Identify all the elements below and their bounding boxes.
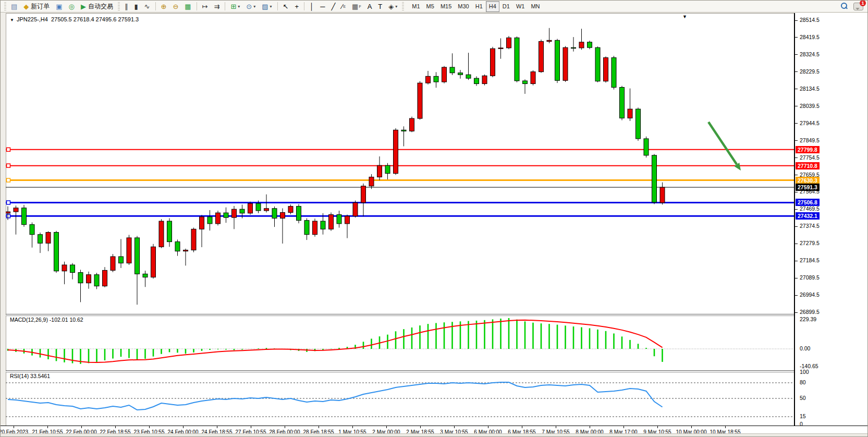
terminal-icon-button[interactable]: ▣ [53, 1, 65, 12]
zoom-out-button[interactable]: ⊖ [170, 1, 181, 12]
price-axis-label: 26899.5 [800, 309, 820, 315]
price-axis-tick [795, 209, 798, 210]
price-axis-tick [795, 226, 798, 227]
cursor-button[interactable]: ↖ [280, 1, 291, 12]
shapes-button[interactable]: ◈▾ [386, 1, 400, 12]
chat-icon[interactable]: 1 [853, 3, 863, 10]
rsi-axis-label: 15 [800, 413, 806, 419]
signal-icon-button[interactable]: ◎ [66, 1, 77, 12]
chevron-down-icon[interactable]: ▾ [270, 4, 272, 9]
signal-icon-glyph-icon: ◎ [69, 3, 75, 10]
time-axis-tick [115, 426, 116, 428]
rsi-axis-label: 80 [800, 379, 806, 385]
price-axis-tick [795, 244, 798, 244]
time-axis-tick [386, 426, 387, 428]
toolbar-separator [197, 2, 197, 10]
chevron-down-icon[interactable]: ▾ [253, 4, 255, 9]
timeframe-h1-button[interactable]: H1 [472, 1, 486, 12]
time-axis-tick [657, 426, 658, 428]
timeframe-d1-button[interactable]: D1 [499, 1, 513, 12]
add-indicator-button[interactable]: ⊞▾ [228, 1, 242, 12]
timeframe-m30-button[interactable]: M30 [455, 1, 472, 12]
timeframe-m5-button[interactable]: M5 [423, 1, 437, 12]
time-axis-tick [488, 426, 488, 428]
chart-canvas[interactable]: ▼JPN225-,H4 27505.5 27618.4 27495.6 2759… [6, 13, 794, 426]
autotrading-glyph-icon: ▶ [81, 3, 86, 10]
new-order-button[interactable]: ◆新订单 [21, 1, 52, 12]
tile-windows-button[interactable]: ▦ [182, 1, 193, 12]
time-axis-tick [217, 426, 217, 428]
toolbar-grip[interactable] [118, 2, 120, 10]
autotrading-button[interactable]: ▶自动交易 [78, 1, 116, 12]
period-button[interactable]: ⊙▾ [243, 1, 258, 12]
chart-shift-button[interactable]: ⇉ [212, 1, 223, 12]
price-axis-label: 27279.5 [800, 240, 820, 246]
time-axis-tick [522, 426, 522, 428]
mt-terminal-window: ▤◆新订单▣◎▶自动交易∥▮∿⊕⊖▦↦⇉⊞▾⊙▾▨▾↖+│─╱∕E▦FAT◈▾ … [0, 0, 868, 437]
add-indicator-glyph-icon: ⊞ [230, 3, 236, 10]
shapes-glyph-icon: ◈ [388, 3, 394, 10]
search-icon[interactable] [840, 2, 848, 10]
zoom-in-button[interactable]: ⊕ [158, 1, 169, 12]
template-glyph-icon: ▨ [262, 3, 268, 10]
crosshair-button[interactable]: + [292, 1, 301, 12]
text-button[interactable]: A [365, 1, 375, 12]
template-button[interactable]: ▨▾ [259, 1, 274, 12]
fibonacci-button[interactable]: ▦F [349, 1, 364, 12]
bar-chart-type-button[interactable]: ∥ [122, 1, 131, 12]
price-axis-label: 27849.5 [800, 137, 820, 143]
text-label-button[interactable]: T [375, 1, 385, 12]
price-axis-label: 28514.5 [800, 17, 820, 23]
notification-badge: 1 [860, 0, 866, 6]
chart-dropdown-icon[interactable]: ▼ [10, 18, 14, 22]
price-axis-tick [795, 89, 798, 89]
bar-chart-type-glyph-icon: ∥ [125, 3, 128, 10]
timeframe-h4-button[interactable]: H4 [486, 1, 499, 12]
price-axis-tick [795, 312, 798, 313]
macd-indicator-label: MACD(12,26,9) -102.01 10.62 [10, 317, 83, 323]
timeframe-w1-button[interactable]: W1 [513, 1, 528, 12]
price-axis-label: 26994.5 [800, 292, 820, 298]
main-toolbar: ▤◆新订单▣◎▶自动交易∥▮∿⊕⊖▦↦⇉⊞▾⊙▾▨▾↖+│─╱∕E▦FAT◈▾ … [1, 1, 867, 13]
time-axis-tick [149, 426, 150, 428]
price-axis-label: 27754.5 [800, 154, 820, 161]
price-axis-tick [795, 261, 798, 261]
time-axis-tick [47, 426, 48, 428]
price-axis-tick [795, 140, 798, 141]
line-chart-type-button[interactable]: ∿ [142, 1, 153, 12]
timeframe-toolbar: M1M5M15M30H1H4D1W1MN [409, 1, 543, 12]
autoscroll-button[interactable]: ↦ [200, 1, 211, 12]
trendline-glyph-icon: ╱ [331, 3, 335, 10]
window-icon[interactable]: ▤ [8, 1, 20, 12]
time-axis-tick [420, 426, 421, 428]
chevron-down-icon[interactable]: ▾ [238, 4, 240, 9]
timeframe-mn-button[interactable]: MN [528, 1, 543, 12]
autoscroll-glyph-icon: ↦ [202, 3, 208, 10]
chevron-down-icon[interactable]: ▾ [395, 4, 397, 9]
toolbar-separator [155, 2, 156, 10]
price-axis-label: 28039.5 [800, 103, 820, 109]
timeframe-m1-button[interactable]: M1 [409, 1, 423, 12]
equidistant-channel-button[interactable]: ∕E [339, 1, 348, 12]
vertical-line-button[interactable]: │ [307, 1, 316, 12]
horizontal-line-button[interactable]: ─ [317, 1, 327, 12]
toolbar-grip[interactable] [402, 2, 404, 10]
price-line-tag: 27432.1 [796, 212, 820, 220]
price-line-tag: 27799.8 [796, 146, 820, 153]
candlestick-chart-type-button[interactable]: ▮ [131, 1, 140, 12]
price-axis[interactable]: 28514.528419.528324.528229.528134.528039… [794, 13, 868, 426]
horizontal-line-glyph-icon: ─ [320, 3, 325, 10]
time-axis-tick [725, 426, 726, 428]
chart-title: ▼JPN225-,H4 27505.5 27618.4 27495.6 2759… [10, 16, 139, 22]
tile-windows-glyph-icon: ▦ [185, 3, 191, 10]
timeframe-m15-button[interactable]: M15 [437, 1, 455, 12]
candlestick-chart-type-glyph-icon: ▮ [134, 3, 138, 10]
toolbar-grip[interactable] [4, 2, 6, 10]
trend-arrow-annotation [708, 122, 741, 171]
time-axis-tick [183, 426, 184, 428]
trendline-button[interactable]: ╱ [328, 1, 338, 12]
vertical-line-glyph-icon: │ [310, 3, 314, 10]
autotrading-button-label: 自动交易 [88, 2, 113, 11]
text-glyph-icon: A [368, 3, 372, 10]
current-price-tag: 27591.3 [796, 184, 820, 191]
